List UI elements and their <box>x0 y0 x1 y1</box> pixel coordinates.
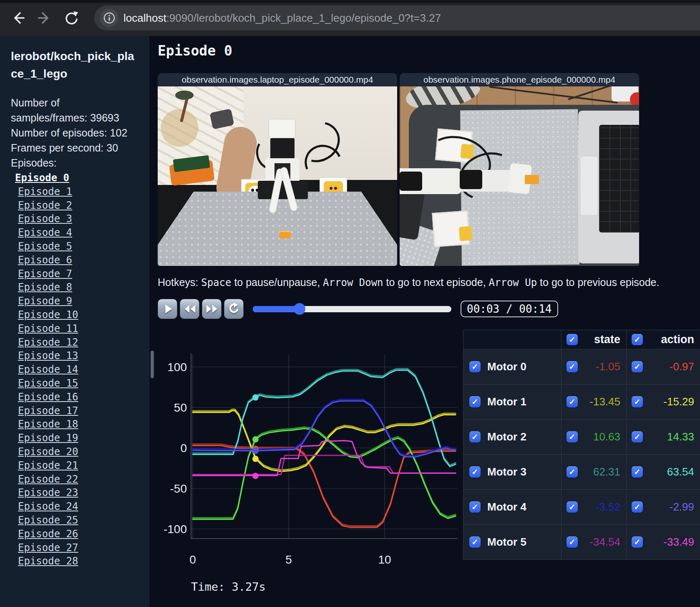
hotkeys-text: to go to previous episode. <box>537 276 659 288</box>
motor-action-cell-checkbox[interactable]: ✓ <box>632 536 643 548</box>
sidebar-episode-link[interactable]: Episode 27 <box>15 541 149 555</box>
video-phone[interactable] <box>400 86 639 266</box>
url-bar[interactable]: localhost:9090/lerobot/koch_pick_place_1… <box>94 5 700 30</box>
dataset-title: lerobot/koch_pick_place_1_lego <box>11 48 136 83</box>
action-column-checkbox[interactable]: ✓ <box>632 334 643 345</box>
sidebar-episode-link[interactable]: Episode 2 <box>15 199 149 212</box>
sidebar-episode-link[interactable]: Episode 4 <box>15 226 149 240</box>
sidebar-episode-link[interactable]: Episode 14 <box>15 363 149 377</box>
sidebar-episode-link[interactable]: Episode 3 <box>15 212 149 226</box>
loop-button[interactable] <box>224 299 244 319</box>
header-state-cell: ✓ state <box>562 330 626 349</box>
motor-state-cell-checkbox[interactable]: ✓ <box>567 431 578 443</box>
motor-name-cell: ✓Motor 4 <box>463 490 561 524</box>
state-column-checkbox[interactable]: ✓ <box>567 334 578 345</box>
scene-robot <box>258 181 308 199</box>
motor-row-checkbox[interactable]: ✓ <box>469 536 481 548</box>
header-action-cell: ✓ action <box>627 330 700 349</box>
action-column-label: action <box>661 333 694 346</box>
rewind-button[interactable] <box>180 299 199 319</box>
sidebar-episode-link[interactable]: Episode 10 <box>15 308 149 322</box>
stat-samples: Number of samples/frames: 39693 <box>11 95 133 125</box>
motor-action-cell-checkbox[interactable]: ✓ <box>632 361 643 372</box>
motor-name: Motor 2 <box>487 430 526 443</box>
motor-name: Motor 1 <box>487 395 526 408</box>
sidebar-episode-link[interactable]: Episode 13 <box>15 349 149 363</box>
sidebar-episode-link[interactable]: Episode 23 <box>15 486 149 500</box>
motor-action-cell-checkbox[interactable]: ✓ <box>632 466 643 478</box>
motor-state-cell-checkbox[interactable]: ✓ <box>567 536 578 548</box>
sidebar-episode-link[interactable]: Episode 26 <box>15 527 149 541</box>
motor-row-checkbox[interactable]: ✓ <box>469 466 481 478</box>
sidebar-episode-link[interactable]: Episode 17 <box>15 404 149 418</box>
sidebar-episode-link[interactable]: Episode 8 <box>15 281 149 294</box>
video-title-phone: observation.images.phone_episode_000000.… <box>400 73 639 86</box>
motor-row-checkbox[interactable]: ✓ <box>469 396 481 407</box>
svg-text:100: 100 <box>167 361 187 374</box>
motor-action-cell-checkbox[interactable]: ✓ <box>632 431 643 443</box>
scene-box <box>432 210 470 247</box>
episodes-heading: Episodes: <box>11 155 133 170</box>
motor-row-checkbox[interactable]: ✓ <box>469 501 481 513</box>
site-info-icon[interactable] <box>100 9 118 27</box>
scrollbar-thumb[interactable] <box>151 351 154 378</box>
sidebar-episode-link[interactable]: Episode 20 <box>15 445 149 459</box>
motor-table-row: ✓Motor 2✓10.63✓14.33 <box>463 420 700 454</box>
sidebar-episode-link[interactable]: Episode 16 <box>15 390 149 404</box>
seek-slider[interactable] <box>253 306 451 312</box>
sidebar-episode-link[interactable]: Episode 11 <box>15 322 149 336</box>
motor-action-value: -0.97 <box>670 360 694 373</box>
motor-state-value: -13.45 <box>589 395 620 408</box>
sidebar-episode-link[interactable]: Episode 19 <box>15 431 149 445</box>
scene-trackpad <box>581 157 597 215</box>
motor-state-value: -3.52 <box>596 501 620 513</box>
motor-row-checkbox[interactable]: ✓ <box>469 361 481 372</box>
motor-state-cell-checkbox[interactable]: ✓ <box>567 361 578 372</box>
scene-robot-arm <box>456 170 514 192</box>
sidebar-episode-link[interactable]: Episode 0 <box>15 171 149 185</box>
scene-robot-arm <box>400 168 461 194</box>
header-empty-cell <box>463 330 561 349</box>
sidebar-episode-link[interactable]: Episode 25 <box>15 513 149 527</box>
motor-action-cell-checkbox[interactable]: ✓ <box>632 396 643 407</box>
url-path: :9090/lerobot/koch_pick_place_1_lego/epi… <box>166 12 441 24</box>
motor-action-value: -2.99 <box>670 501 694 513</box>
sidebar-episode-link[interactable]: Episode 6 <box>15 253 149 267</box>
sidebar-episode-link[interactable]: Episode 15 <box>15 377 149 390</box>
browser-toolbar: localhost:9090/lerobot/koch_pick_place_1… <box>0 0 700 36</box>
sidebar-episode-link[interactable]: Episode 21 <box>15 459 149 473</box>
video-title-laptop: observation.images.laptop_episode_000000… <box>158 73 397 86</box>
hotkey-arrow-down: Arrow Down <box>323 277 383 288</box>
motor-table: ✓ state ✓ action ✓Motor 0✓-1.05✓-0.97✓Mo… <box>463 330 700 560</box>
svg-text:-50: -50 <box>170 482 187 495</box>
motor-action-cell: ✓63.54 <box>627 455 700 489</box>
motor-state-cell-checkbox[interactable]: ✓ <box>567 396 578 407</box>
sidebar-episode-link[interactable]: Episode 18 <box>15 417 149 431</box>
motor-state-cell-checkbox[interactable]: ✓ <box>567 501 578 513</box>
forward-icon[interactable] <box>36 9 53 27</box>
sidebar-episode-link[interactable]: Episode 9 <box>15 294 149 308</box>
sidebar-episode-link[interactable]: Episode 22 <box>15 473 149 486</box>
sidebar-episode-link[interactable]: Episode 24 <box>15 500 149 513</box>
sidebar-episode-link[interactable]: Episode 1 <box>15 185 149 199</box>
sidebar-episode-link[interactable]: Episode 5 <box>15 240 149 253</box>
play-button[interactable] <box>158 299 177 319</box>
reload-icon[interactable] <box>63 9 80 27</box>
fast-forward-button[interactable] <box>202 299 222 319</box>
seek-thumb[interactable] <box>294 303 305 315</box>
chart-canvas[interactable]: 100500-50-1000510 <box>155 328 461 579</box>
motor-row-checkbox[interactable]: ✓ <box>469 431 481 443</box>
time-display: 00:03 / 00:14 <box>461 301 558 317</box>
url-text: localhost:9090/lerobot/koch_pick_place_1… <box>123 12 441 25</box>
video-laptop[interactable] <box>158 86 397 266</box>
motor-state-cell: ✓-3.52 <box>562 490 626 524</box>
motor-action-cell-checkbox[interactable]: ✓ <box>632 501 643 513</box>
sidebar-episode-link[interactable]: Episode 12 <box>15 336 149 349</box>
svg-text:-100: -100 <box>164 523 187 536</box>
sidebar-episode-link[interactable]: Episode 7 <box>15 267 149 281</box>
sidebar-episode-link[interactable]: Episode 28 <box>15 554 149 568</box>
motor-name: Motor 3 <box>487 465 526 478</box>
motor-state-cell: ✓62.31 <box>562 455 626 489</box>
back-icon[interactable] <box>9 9 27 27</box>
motor-state-cell-checkbox[interactable]: ✓ <box>567 466 578 478</box>
